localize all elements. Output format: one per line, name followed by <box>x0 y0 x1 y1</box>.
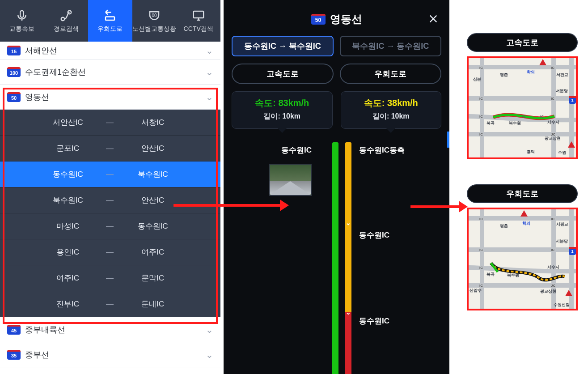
tab-traffic-news[interactable]: 교통속보 <box>0 0 44 42</box>
annotation-arrow <box>173 204 281 207</box>
svg-text:IC: IC <box>479 266 483 270</box>
tab-detour[interactable]: 우회도로 <box>88 0 132 42</box>
node-label: 동수원IC <box>359 230 448 240</box>
lane-highway <box>332 142 338 374</box>
route-shield: 100 <box>7 67 21 77</box>
svg-text:IC: IC <box>479 248 483 252</box>
route-name: 서해안선 <box>25 46 57 55</box>
direction-a-button[interactable]: 동수원IC → 북수원IC <box>232 36 334 56</box>
svg-text:서분당: 서분당 <box>556 89 568 93</box>
dash-icon: — <box>102 300 119 309</box>
svg-rect-0 <box>21 10 24 17</box>
svg-text:JC: JC <box>551 284 555 288</box>
dash-icon: — <box>102 222 119 231</box>
svg-text:서수지: 서수지 <box>547 120 559 124</box>
svg-rect-5 <box>193 11 203 18</box>
svg-text:IC: IC <box>479 115 483 119</box>
speed-detour: 속도: 38km/h 길이: 10km <box>341 91 442 129</box>
route-item-jungbu[interactable]: 35중부선 ⌄ <box>0 342 220 367</box>
dash-icon: — <box>102 118 119 127</box>
segment-item[interactable]: 서안산IC—서창IC <box>0 110 220 136</box>
dash-icon: — <box>102 196 119 205</box>
route-item-jungbunaeryuk[interactable]: 45중부내륙선 ⌄ <box>0 317 220 342</box>
length-value: 길이: 10km <box>236 112 329 121</box>
svg-text:광교상현: 광교상현 <box>545 136 561 140</box>
highway-map-title[interactable]: 고속도로 <box>467 33 578 52</box>
svg-text:IC: IC <box>551 66 554 70</box>
highway-map[interactable]: 산본 평촌 학의 서판교 서분당 북곡 북수원 서수지 광교상현 흥덕 수원 1 <box>467 56 578 159</box>
chevron-down-icon: ⌄ <box>206 324 213 335</box>
chevron-down-icon: ⌄ <box>206 67 213 77</box>
chevron-down-icon: ⌄ <box>206 92 213 102</box>
segment-list: 서안산IC—서창IC 군포IC—안산IC 동수원IC—북수원IC 북수원IC—안… <box>0 110 220 317</box>
svg-text:서분당: 서분당 <box>556 239 568 243</box>
svg-rect-3 <box>106 17 114 20</box>
segment-item-selected[interactable]: 동수원IC—북수원IC <box>0 162 220 187</box>
seg-a: 서안산IC <box>34 117 102 128</box>
dash-icon: — <box>102 274 119 283</box>
close-button[interactable] <box>425 11 441 27</box>
direction-b-button[interactable]: 북수원IC → 동수원IC <box>340 36 442 56</box>
scroll-indicator[interactable] <box>447 132 449 148</box>
svg-text:산본: 산본 <box>473 77 481 81</box>
route-shield: 35 <box>7 350 21 360</box>
svg-text:북곡: 북곡 <box>486 121 495 125</box>
route-name: 중부선 <box>25 350 49 359</box>
tab-route-search[interactable]: 경로검색 <box>44 0 89 42</box>
segment-item[interactable]: 여주IC—문막IC <box>0 265 220 291</box>
svg-text:1: 1 <box>571 98 573 102</box>
tab-line-traffic[interactable]: 00 노선별교통상황 <box>132 0 177 42</box>
maps-column: 고속도로 산본 평촌 학의 서판교 <box>467 33 578 336</box>
detail-panel: 50 영동선 동수원IC → 북수원IC 북수원IC → 동수원IC 고속도로 … <box>224 0 449 374</box>
shield-icon: 00 <box>148 9 161 22</box>
svg-text:흥덕: 흥덕 <box>527 149 535 154</box>
seg-a: 진부IC <box>34 299 102 309</box>
route-item-seohaean[interactable]: 15서해안선 ⌄ <box>0 42 220 60</box>
svg-text:IC: IC <box>551 97 554 101</box>
segment-item[interactable]: 용인IC—여주IC <box>0 239 220 265</box>
detail-title: 50 영동선 <box>311 12 362 26</box>
detour-map-title[interactable]: 우회도로 <box>467 184 578 203</box>
detour-button[interactable]: 우회도로 <box>340 64 442 84</box>
svg-text:수원: 수원 <box>558 150 566 155</box>
tab-label: 교통속보 <box>9 25 34 33</box>
cctv-thumbnail[interactable] <box>269 164 312 196</box>
svg-text:학의: 학의 <box>522 221 530 225</box>
route-item-yeongdong[interactable]: 50영동선 ⌄ <box>0 85 220 110</box>
traffic-seg-slow <box>345 223 351 312</box>
svg-point-1 <box>61 17 65 21</box>
tab-label: 우회도로 <box>97 25 123 33</box>
segment-item[interactable]: 북수원IC—안산IC <box>0 187 220 213</box>
route-icon <box>59 9 73 22</box>
detour-map[interactable]: 평촌 학의 서판교 서분당 북곡 북수원 서수지 산압수 광교상현 수원신갈 1 <box>467 208 578 310</box>
close-icon <box>428 14 438 24</box>
svg-text:IC: IC <box>479 284 483 288</box>
length-value: 길이: 10km <box>345 112 438 121</box>
seg-a: 군포IC <box>34 143 102 153</box>
node-label: 동수원IC동측 <box>359 145 448 155</box>
seg-b: 서창IC <box>119 117 186 128</box>
speed-label: 속도: <box>364 98 385 108</box>
svg-text:IC: IC <box>522 115 526 119</box>
speed-value: 38km/h <box>387 98 418 108</box>
segment-item[interactable]: 마성IC—동수원IC <box>0 213 220 239</box>
svg-text:서판교: 서판교 <box>556 72 568 77</box>
left-panel: 교통속보 경로검색 우회도로 00 노선별교통상황 CCTV검색 15서해안선 … <box>0 0 220 374</box>
seg-a: 여주IC <box>34 273 102 283</box>
svg-text:00: 00 <box>152 13 157 17</box>
route-shield: 50 <box>311 14 326 25</box>
highway-button[interactable]: 고속도로 <box>232 64 334 84</box>
svg-text:평촌: 평촌 <box>500 72 508 77</box>
segment-item[interactable]: 군포IC—안산IC <box>0 136 220 162</box>
tab-cctv[interactable]: CCTV검색 <box>176 0 220 42</box>
tab-label: CCTV검색 <box>184 25 213 33</box>
svg-text:수원신갈: 수원신갈 <box>554 302 570 307</box>
segment-item[interactable]: 진부IC—둔내IC <box>0 291 220 317</box>
traffic-seg-congested <box>345 312 351 374</box>
node-label: 동수원IC <box>359 316 448 326</box>
svg-text:IC: IC <box>479 217 483 221</box>
tab-label: 경로검색 <box>54 25 79 33</box>
map-block-detour: 우회도로 평촌 학의 서판교 <box>467 184 578 310</box>
route-item-sudogwon[interactable]: 100수도권제1순환선 ⌄ <box>0 60 220 85</box>
annotation-arrow <box>410 205 460 208</box>
